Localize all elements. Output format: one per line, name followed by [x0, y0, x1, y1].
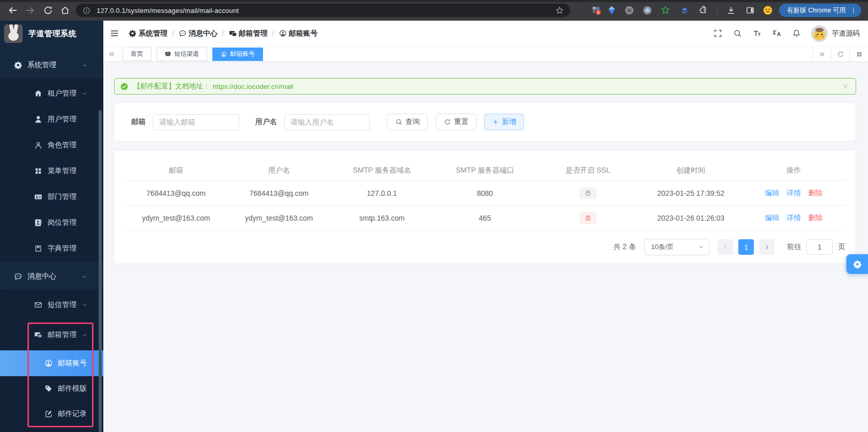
alert-close-icon[interactable]	[842, 83, 849, 90]
table-cell: smtp.163.com	[331, 214, 433, 222]
chrome-update-label: 有新版 Chrome 可用	[787, 6, 846, 15]
detail-link[interactable]: 详情	[786, 213, 801, 222]
side-panel-icon[interactable]	[746, 6, 755, 15]
table-header-cell: 用户名	[227, 166, 330, 175]
search-icon[interactable]	[733, 29, 742, 38]
browser-back-icon[interactable]	[8, 5, 18, 16]
mailsend-icon	[229, 29, 237, 37]
downloads-icon[interactable]	[726, 6, 736, 15]
bookmark-star-icon[interactable]	[555, 6, 564, 14]
sidebar-item-3[interactable]: 用户管理	[0, 106, 103, 132]
app-logo[interactable]: 芋道管理系统	[0, 21, 103, 47]
page-size-select[interactable]: 10条/页	[644, 239, 709, 255]
tab-2[interactable]: 短信渠道	[157, 48, 207, 61]
grid-icon	[34, 167, 42, 175]
sidebar-item-label: 部门管理	[48, 192, 76, 202]
reset-button[interactable]: 重置	[436, 114, 477, 130]
logo-image	[4, 24, 23, 43]
sidebar-item-10[interactable]: 短信管理	[0, 292, 103, 318]
email-label: 邮箱	[131, 117, 146, 127]
window-top-edge	[0, 0, 868, 2]
chevron-down-icon	[82, 91, 87, 97]
ssl-status-badge: 否	[580, 188, 596, 199]
sidebar-item-6[interactable]: 部门管理	[0, 184, 103, 210]
extension-icon-6[interactable]	[680, 6, 689, 15]
current-page-button[interactable]: 1	[738, 239, 754, 255]
tabs-layout-button[interactable]	[849, 47, 868, 62]
sidebar-item-4[interactable]: 角色管理	[0, 132, 103, 158]
person-circle-icon	[221, 51, 227, 57]
sidebar-scrollbar[interactable]	[99, 110, 102, 432]
table-header-cell: SMTP 服务器域名	[331, 166, 433, 175]
username-input[interactable]	[284, 114, 370, 130]
sidebar-item-2[interactable]: 租户管理	[0, 81, 103, 106]
notification-bell-icon[interactable]	[792, 29, 801, 38]
pagination-total: 共 2 条	[613, 242, 636, 252]
chevron-down-icon	[698, 244, 704, 250]
sidebar-item-7[interactable]: 岗位管理	[0, 210, 103, 236]
table-panel: 邮箱用户名SMTP 服务器域名SMTP 服务器端口是否开启 SSL创建时间操作7…	[114, 150, 856, 264]
breadcrumb-item-1[interactable]: 系统管理	[129, 29, 167, 38]
chrome-update-button[interactable]: 有新版 Chrome 可用	[779, 4, 861, 17]
extension-icon-3[interactable]: ⌘	[625, 6, 634, 15]
fullscreen-icon[interactable]	[714, 29, 722, 38]
person-circle-icon	[279, 29, 287, 37]
tab-1[interactable]: 首页	[122, 48, 151, 61]
profile-avatar-icon[interactable]	[763, 6, 772, 15]
font-size-icon[interactable]	[753, 29, 762, 38]
browser-forward-icon[interactable]	[25, 5, 35, 16]
header-actions: 芋道源码	[703, 25, 860, 42]
url-text[interactable]: 127.0.0.1/system/messages/mail/mail-acco…	[97, 7, 239, 14]
chevron-up-icon	[82, 274, 87, 280]
tabs: 首页短信渠道邮箱账号	[122, 48, 268, 61]
extensions-puzzle-icon[interactable]	[699, 6, 708, 15]
sidebar-item-9[interactable]: 消息中心	[0, 264, 103, 289]
sidebar-item-8[interactable]: 字典管理	[0, 236, 103, 261]
sidebar-item-label: 菜单管理	[48, 166, 76, 176]
breadcrumb-item-2[interactable]: 消息中心	[179, 29, 218, 38]
goto-page-input[interactable]	[807, 239, 833, 255]
goto-label: 前往	[787, 242, 801, 252]
collapse-sidebar-icon[interactable]	[110, 29, 119, 38]
table-header-cell: SMTP 服务器端口	[433, 166, 536, 175]
edit-link[interactable]: 编辑	[765, 213, 779, 222]
site-info-icon[interactable]	[83, 7, 90, 14]
extension-icon-4[interactable]	[643, 6, 652, 15]
breadcrumb-item-3[interactable]: 邮箱管理	[229, 29, 268, 38]
tabs-scroll-right-button[interactable]	[812, 47, 831, 62]
tab-3[interactable]: 邮箱账号	[212, 48, 263, 61]
username-label: 用户名	[255, 117, 277, 127]
app-title: 芋道管理系统	[28, 29, 76, 39]
browser-menu-icon[interactable]	[850, 7, 857, 14]
user-name[interactable]: 芋道源码	[832, 29, 860, 38]
tabs-refresh-button[interactable]	[831, 47, 849, 62]
breadcrumb: 系统管理/消息中心/邮箱管理/邮箱账号	[129, 29, 318, 38]
add-button[interactable]: 新增	[484, 114, 524, 130]
search-button[interactable]: 查询	[387, 114, 428, 130]
browser-home-icon[interactable]	[60, 5, 70, 16]
user-o-icon	[34, 141, 42, 149]
delete-link[interactable]: 删除	[808, 189, 823, 197]
extension-icon-5[interactable]	[661, 6, 670, 15]
svg-text:⌘: ⌘	[627, 8, 632, 13]
tabs-scroll-left-icon[interactable]	[108, 51, 115, 58]
sidebar-item-1[interactable]: 系统管理	[0, 52, 103, 78]
contact-icon	[34, 219, 42, 227]
table-cell: 2023-01-26 01:26:03	[639, 214, 742, 222]
prev-page-button[interactable]	[718, 239, 733, 255]
delete-link[interactable]: 删除	[808, 213, 823, 222]
user-avatar[interactable]	[811, 25, 828, 42]
email-input[interactable]	[153, 114, 239, 130]
settings-button[interactable]	[846, 254, 868, 274]
language-icon[interactable]	[772, 29, 781, 38]
next-page-button[interactable]	[759, 239, 774, 255]
breadcrumb-item-4[interactable]: 邮箱账号	[279, 29, 318, 38]
extension-icon-2[interactable]	[607, 6, 616, 15]
browser-reload-icon[interactable]	[43, 5, 53, 16]
extension-icon-1[interactable]: 8	[592, 6, 601, 15]
edit-link[interactable]: 编辑	[765, 189, 779, 197]
alert-doc-link[interactable]: https://doc.iocoder.cn/mail	[213, 83, 293, 90]
sidebar-item-5[interactable]: 菜单管理	[0, 158, 103, 184]
detail-link[interactable]: 详情	[786, 189, 801, 197]
address-bar[interactable]: 127.0.0.1/system/messages/mail/mail-acco…	[76, 4, 570, 17]
